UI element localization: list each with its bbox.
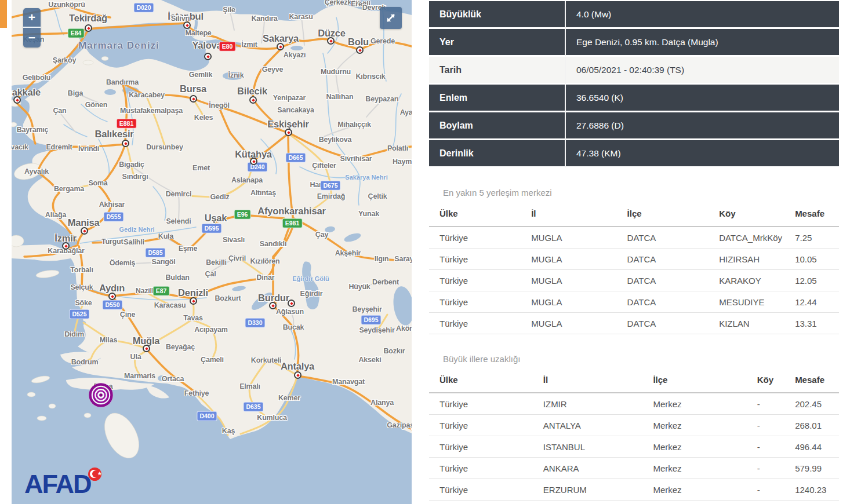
city-marker-icon [327,37,335,45]
map-place-label: Şile [223,6,235,14]
map-place-label: Gemlik [189,71,213,79]
map-place-label: Kıbrıscık [355,72,385,81]
map-place-label: Çameli [201,356,224,364]
detail-value: 4.0 (Mw) [566,1,839,29]
map-place-label: Bolu [348,36,369,48]
road-shield: D595 [201,224,221,233]
nearest-settlements-table: ÜlkeİlİlçeKöyMesafeTürkiyeMUGLADATCADATC… [429,202,839,334]
table-row: TürkiyeMUGLADATCAKIZLAN13.31 [429,313,839,334]
detail-table: Büyüklük4.0 (Mw)YerEge Denizi, 0.95 km. … [429,1,839,168]
afad-logo: AFAD ★ [24,471,91,497]
map-place-label: Uzunköprü [48,1,85,9]
city-marker-icon [250,158,257,165]
map-water-label: Sakarya Nehri [345,174,387,181]
detail-value: Ege Denizi, 0.95 km. Datça (Mugla) [566,29,839,57]
road-shield: E87 [153,286,170,296]
map-place-label: Edremit [46,143,72,151]
fullscreen-button[interactable] [380,7,402,29]
detail-label: Boylam [429,112,566,140]
road-shield: D635 [243,402,263,412]
map-place-label: İnegöl [209,101,230,109]
table-row: TürkiyeISTANBULMerkez-496.44 [429,436,839,458]
crescent-icon [90,470,98,478]
road-shield: E84 [68,28,85,38]
column-header: Köy [719,202,795,227]
map-place-label: Mudurnu [321,68,351,76]
road-shield: D330 [245,318,265,328]
map-place-label: Gediz [210,193,229,201]
epicenter-icon [88,382,114,408]
turkish-flag-icon: ★ [88,468,101,481]
map-place-label: Bandırma [106,78,139,86]
map-place-label: Bozkurt [215,294,241,302]
map-place-label: Bodrum [71,358,99,366]
road-shield: D400 [197,411,217,421]
map-place-label: Dinar [257,273,275,282]
detail-label: Enlem [429,85,566,112]
map-place-label: Çal [205,270,216,278]
road-shield: E981 [282,218,303,228]
map-place-label: Gazipaşa [387,421,412,429]
map-place-label: Mustafakemalpaşa [120,107,183,115]
map-place-label: Bigadiç [119,160,144,169]
map-place-label: Bekilli [206,258,226,266]
map-place-label: Ödemiş [110,259,136,267]
road-shield: D525 [69,309,89,319]
map-place-label: Gönen [85,101,108,109]
map-place-label: Sındırgı [122,173,148,181]
map-place-label: Manavgat [332,378,365,386]
city-marker-icon [108,293,116,300]
section-title: En yakın 5 yerleşim merkezi [443,188,839,198]
column-header: Ülke [429,368,543,393]
map-place-label: Akhisar [99,200,125,209]
map-place-label: Beyşehir [352,305,382,313]
map-place-label: Soma [88,179,107,187]
map-place-label: Eskişehir [267,119,309,130]
map-place-label: Altıntaş [250,189,276,197]
detail-label: Tarih [429,57,566,85]
map-place-label: Çay [315,231,328,239]
star-icon: ★ [97,472,100,476]
map-place-label: Geyve [262,65,284,74]
table-row: TürkiyeMUGLADATCAKARAKOY12.05 [429,270,839,291]
road-shield: D695 [361,315,381,325]
map-place-label: Beylikova [319,136,352,144]
map-place-label: Bursa [180,83,206,94]
map-place-label: Aydın [99,283,125,294]
map-labels-layer: Marmara DeniziSakarya NehriGediz NehriEğ… [12,0,412,504]
detail-value: 27.6886 (D) [566,112,839,140]
map-place-label: Fethiye [184,389,209,397]
map-place-label: Akseki [358,356,381,364]
road-shield: D665 [285,153,306,163]
map-place-label: Seydişehir [359,326,394,334]
map-place-label: Kula [158,232,173,240]
map-place-label: Denizli [178,287,208,298]
map-place-label: Acıpayam [194,326,227,334]
zoom-in-button[interactable]: + [23,8,41,28]
map-place-label: Selendi [166,217,191,225]
map-place-label: Antalya [281,361,314,372]
map-place-label: Ayvacık [12,143,28,151]
table-row: TürkiyeIZMIRMerkez-202.45 [429,393,839,415]
zoom-out-button[interactable]: − [23,28,41,48]
map-place-label: Torbalı [70,266,93,274]
map[interactable]: Marmara DeniziSakarya NehriGediz NehriEğ… [12,0,412,504]
city-marker-icon [204,53,212,60]
map-place-label: Yunak [358,210,379,218]
map-place-label: Marmaris [124,372,155,380]
table-row: TürkiyeMUGLADATCAHIZIRSAH10.05 [429,249,839,270]
detail-row: Derinlik47.38 (KM) [429,140,839,168]
detail-row: Büyüklük4.0 (Mw) [429,1,839,29]
map-place-label: Çeltik [368,192,387,200]
map-place-label: Keles [194,114,213,122]
map-place-label: Haymana [393,158,412,166]
map-place-label: İvrindi [78,145,99,153]
map-place-label: Ayaş [400,108,412,116]
column-header: İlçe [627,202,720,227]
detail-row: YerEge Denizi, 0.95 km. Datça (Mugla) [429,29,839,57]
earthquake-detail-page: Marmara DeniziSakarya NehriGediz NehriEğ… [0,0,850,504]
city-marker-icon [277,43,284,50]
map-place-label: Aslanapa [231,176,263,184]
map-place-label: Sivrihisar [340,155,372,163]
map-place-label: Bergama [54,185,84,193]
